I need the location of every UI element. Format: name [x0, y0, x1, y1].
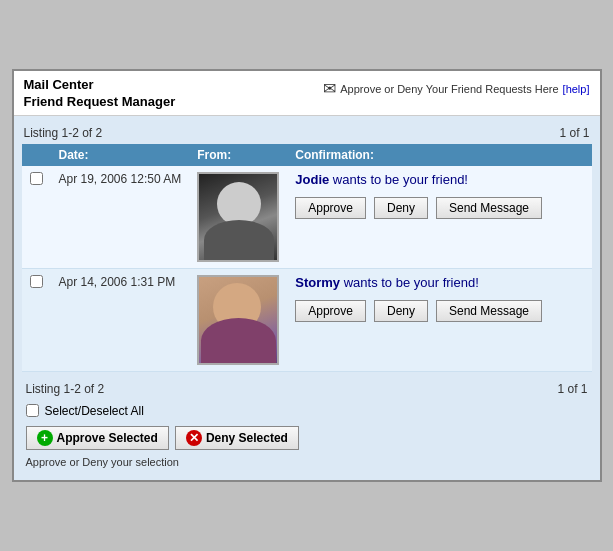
- title-bar: Mail Center Friend Request Manager ✉ App…: [14, 71, 600, 116]
- listing-count-bottom: Listing 1-2 of 2: [26, 382, 105, 396]
- title-line2: Friend Request Manager: [24, 94, 176, 111]
- row2-approve-button[interactable]: Approve: [295, 300, 366, 322]
- row1-message-text: wants to be your friend!: [329, 172, 468, 187]
- title-line1: Mail Center: [24, 77, 176, 94]
- listing-bar-top: Listing 1-2 of 2 1 of 1: [22, 122, 592, 144]
- select-all-checkbox[interactable]: [26, 404, 39, 417]
- row1-confirmation: Jodie wants to be your friend! Approve D…: [287, 166, 591, 269]
- row2-confirmation: Stormy wants to be your friend! Approve …: [287, 268, 591, 371]
- footer-note: Approve or Deny your selection: [24, 454, 590, 470]
- listing-count-top: Listing 1-2 of 2: [24, 126, 103, 140]
- table-row: Apr 14, 2006 1:31 PM Stormy wants to be …: [22, 268, 592, 371]
- row2-deny-button[interactable]: Deny: [374, 300, 428, 322]
- row1-person-name: Jodie: [295, 172, 329, 187]
- header-right: ✉ Approve or Deny Your Friend Requests H…: [323, 79, 589, 98]
- row2-photo-cell: [189, 268, 287, 371]
- row2-check-cell: [22, 268, 51, 371]
- select-all-row: Select/Deselect All: [24, 400, 590, 422]
- row2-message-text: wants to be your friend!: [340, 275, 479, 290]
- col-confirmation: Confirmation:: [287, 144, 591, 166]
- listing-bar-bottom: Listing 1-2 of 2 1 of 1: [24, 378, 590, 400]
- approve-selected-button[interactable]: + Approve Selected: [26, 426, 169, 450]
- row2-friend-message: Stormy wants to be your friend!: [295, 275, 583, 290]
- row1-date: Apr 19, 2006 12:50 AM: [51, 166, 190, 269]
- help-link[interactable]: [help]: [563, 83, 590, 95]
- page-title: Mail Center Friend Request Manager: [24, 77, 176, 111]
- row2-actions: Approve Deny Send Message: [295, 300, 583, 322]
- footer-section: Listing 1-2 of 2 1 of 1 Select/Deselect …: [22, 372, 592, 474]
- row1-send-message-button[interactable]: Send Message: [436, 197, 542, 219]
- row1-actions: Approve Deny Send Message: [295, 197, 583, 219]
- table-row: Apr 19, 2006 12:50 AM Jodie wants to be …: [22, 166, 592, 269]
- deny-selected-label: Deny Selected: [206, 431, 288, 445]
- listing-page-bottom: 1 of 1: [557, 382, 587, 396]
- mail-icon: ✉: [323, 79, 336, 98]
- col-check: [22, 144, 51, 166]
- row1-friend-message: Jodie wants to be your friend!: [295, 172, 583, 187]
- content-area: Listing 1-2 of 2 1 of 1 Date: From: Conf…: [14, 116, 600, 480]
- row2-person-name: Stormy: [295, 275, 340, 290]
- deny-selected-button[interactable]: ✕ Deny Selected: [175, 426, 299, 450]
- select-all-label: Select/Deselect All: [45, 404, 144, 418]
- col-from: From:: [189, 144, 287, 166]
- approve-selected-label: Approve Selected: [57, 431, 158, 445]
- row1-deny-button[interactable]: Deny: [374, 197, 428, 219]
- approve-selected-icon: +: [37, 430, 53, 446]
- deny-selected-icon: ✕: [186, 430, 202, 446]
- row1-photo-cell: [189, 166, 287, 269]
- row2-photo: [197, 275, 279, 365]
- row1-check-cell: [22, 166, 51, 269]
- row1-photo: [197, 172, 279, 262]
- col-date: Date:: [51, 144, 190, 166]
- row2-date: Apr 14, 2006 1:31 PM: [51, 268, 190, 371]
- row2-send-message-button[interactable]: Send Message: [436, 300, 542, 322]
- listing-page-top: 1 of 1: [559, 126, 589, 140]
- row1-checkbox[interactable]: [30, 172, 43, 185]
- row1-approve-button[interactable]: Approve: [295, 197, 366, 219]
- bulk-actions: + Approve Selected ✕ Deny Selected: [24, 422, 590, 454]
- requests-table: Date: From: Confirmation: Apr 19, 2006 1…: [22, 144, 592, 372]
- row2-checkbox[interactable]: [30, 275, 43, 288]
- main-window: Mail Center Friend Request Manager ✉ App…: [12, 69, 602, 482]
- header-right-text: Approve or Deny Your Friend Requests Her…: [340, 83, 558, 95]
